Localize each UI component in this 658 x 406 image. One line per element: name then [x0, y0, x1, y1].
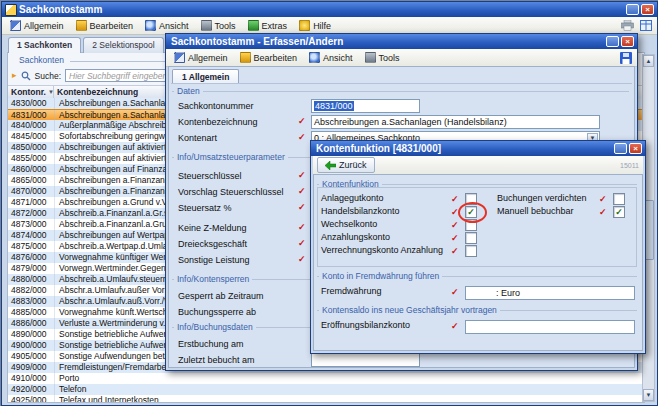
account-name: Telefax und Internetkosten [55, 395, 644, 402]
table-row[interactable]: 4910/000Porto [8, 373, 644, 384]
account-name: Porto [55, 373, 644, 384]
group-label-ust: Info/Umsatzsteuerparameter [174, 152, 288, 162]
account-number: 4845/000 [8, 131, 55, 142]
edit-titlebar[interactable]: Sachkontostamm - Erfassen/Ändern × [166, 34, 637, 49]
field-label: Fremdwährung [321, 286, 382, 296]
field-value: : Euro [468, 288, 520, 298]
field-label: Dreiecksgeschäft [178, 239, 247, 249]
back-arrow-icon [325, 161, 336, 170]
menu-label: Tools [379, 53, 400, 63]
function-label: Wechselkonto [321, 219, 377, 229]
form-number: 15011 [620, 162, 639, 169]
function-row: Handelsbilanzkonto✓✓ [317, 205, 495, 218]
search-label: Suche: [35, 71, 61, 81]
menu-hilfe[interactable]: Hilfe [293, 17, 337, 34]
modified-check-icon: ✓ [599, 194, 607, 204]
window-aux-button[interactable] [614, 143, 627, 154]
modified-check-icon: ✓ [298, 132, 306, 142]
scroll-up-icon[interactable]: ▲ [643, 55, 654, 67]
menu-label: Allgemein [188, 53, 228, 63]
main-window-title: Sachkontostamm [17, 4, 624, 15]
fremdwaehrung-field[interactable]: : Euro [465, 286, 635, 300]
kontenfunktion-window: Kontenfunktion [4831/000] × Zurück 15011… [310, 140, 646, 354]
group-label-buchungsdaten: Info/Buchungsdaten [174, 322, 256, 332]
layout-grid-icon[interactable] [640, 20, 652, 31]
checkbox[interactable]: ✓ [613, 206, 625, 218]
text-field[interactable] [311, 353, 420, 367]
account-number: 4873/000 [8, 219, 55, 230]
menu-label: Extras [262, 21, 288, 31]
menu-tools[interactable]: Tools [195, 17, 242, 34]
expand-arrow-icon[interactable]: ▸ [12, 71, 17, 80]
checkbox[interactable]: ✓ [465, 206, 477, 218]
column-label: Kontonr. [11, 86, 46, 98]
column-header-kontenbezeichnung[interactable]: Kontenbezeichnung [54, 86, 141, 98]
save-icon[interactable] [620, 52, 632, 64]
account-number: 4865/000 [8, 175, 55, 186]
menu-ansicht[interactable]: Ansicht [303, 49, 359, 66]
field-label: Steuerschlüssel [178, 171, 242, 181]
tools-icon [201, 20, 212, 31]
menu-ansicht[interactable]: Ansicht [139, 17, 195, 34]
menu-extras[interactable]: Extras [242, 17, 294, 34]
printer-icon[interactable] [621, 20, 634, 31]
menu-bearbeiten[interactable]: Bearbeiten [234, 49, 304, 66]
fremdwaehrung-row: Fremdwährung ✓ : Euro [311, 285, 639, 298]
column-header-kontonr[interactable]: Kontonr. ▼ [8, 86, 54, 98]
form-row: Zuletzt bebucht am [166, 352, 631, 368]
checkbox[interactable] [465, 232, 477, 244]
form-row: Kontenbezeichnung ✓ Abschreibungen a.Sac… [166, 114, 631, 130]
close-icon[interactable]: × [621, 36, 634, 47]
magnifier-icon [21, 71, 31, 81]
account-number: 4840/000 [8, 120, 55, 131]
menu-allgemein[interactable]: Allgemein [168, 49, 234, 66]
checkbox[interactable] [465, 219, 477, 231]
eroeffnungsbilanzkonto-field[interactable] [465, 320, 635, 334]
tab-sachkonten[interactable]: 1 Sachkonten [8, 37, 81, 53]
kontenfunktion-left-column: Anlagegutkonto✓Handelsbilanzkonto✓✓Wechs… [317, 192, 495, 257]
scroll-down-icon[interactable]: ▼ [643, 389, 654, 401]
field-label: Steuersatz % [178, 203, 232, 213]
account-number: 4831/000 [8, 110, 55, 120]
group-label-fremdwaehrung: Konto in Fremdwährung führen [319, 271, 442, 281]
checkbox[interactable] [465, 193, 477, 205]
account-number: 4925/000 [8, 395, 55, 402]
account-number: 4883/000 [8, 296, 55, 307]
tab-selektionspool[interactable]: 2 Selektionspool [83, 37, 163, 53]
account-number: 4879/000 [8, 263, 55, 274]
account-number: 4920/000 [8, 384, 55, 395]
menu-bearbeiten[interactable]: Bearbeiten [70, 17, 140, 34]
field-value: 4831/000 [314, 101, 354, 111]
account-number: 4880/000 [8, 274, 55, 285]
funktion-titlebar[interactable]: Kontenfunktion [4831/000] × [311, 141, 645, 156]
vortrag-row: Eröffnungsbilanzkonto ✓ [311, 319, 639, 332]
main-titlebar[interactable]: Sachkontostamm × [2, 2, 657, 17]
form-row: Sachkontonummer 4831/000 [166, 98, 631, 114]
modified-check-icon: ✓ [451, 194, 459, 204]
field-label: Erstbuchung am [178, 339, 244, 349]
field-label: Buchungssperre ab [178, 307, 256, 317]
table-row[interactable]: 4925/000Telefax und Internetkosten [8, 395, 644, 402]
close-icon[interactable]: × [629, 143, 642, 154]
window-aux-button[interactable] [606, 36, 619, 47]
kontenbezeichnung-field[interactable]: Abschreibungen a.Sachanlagen (Handelsbil… [311, 115, 600, 129]
menu-allgemein[interactable]: Allgemein [4, 17, 70, 34]
back-button[interactable]: Zurück [317, 157, 375, 173]
checkbox[interactable] [613, 193, 625, 205]
menu-tools[interactable]: Tools [359, 49, 406, 66]
function-row: Verrechnungskonto Anzahlung✓ [317, 244, 495, 257]
group-label-daten: Daten [174, 86, 203, 96]
tab-allgemein[interactable]: 1 Allgemein [172, 69, 239, 84]
modified-check-icon: ✓ [298, 202, 306, 212]
panel-title: Sachkonten [16, 55, 67, 65]
sachkontonummer-field[interactable]: 4831/000 [311, 99, 420, 113]
modified-check-icon: ✓ [451, 207, 459, 217]
account-number: 4885/000 [8, 307, 55, 318]
window-aux-button[interactable] [626, 4, 639, 15]
field-label: Kontenbezeichnung [178, 117, 258, 127]
close-icon[interactable]: × [641, 4, 654, 15]
table-row[interactable]: 4920/000Telefon [8, 384, 644, 395]
extras-icon [248, 20, 259, 31]
tab-divider [171, 83, 632, 84]
checkbox[interactable] [465, 245, 477, 257]
